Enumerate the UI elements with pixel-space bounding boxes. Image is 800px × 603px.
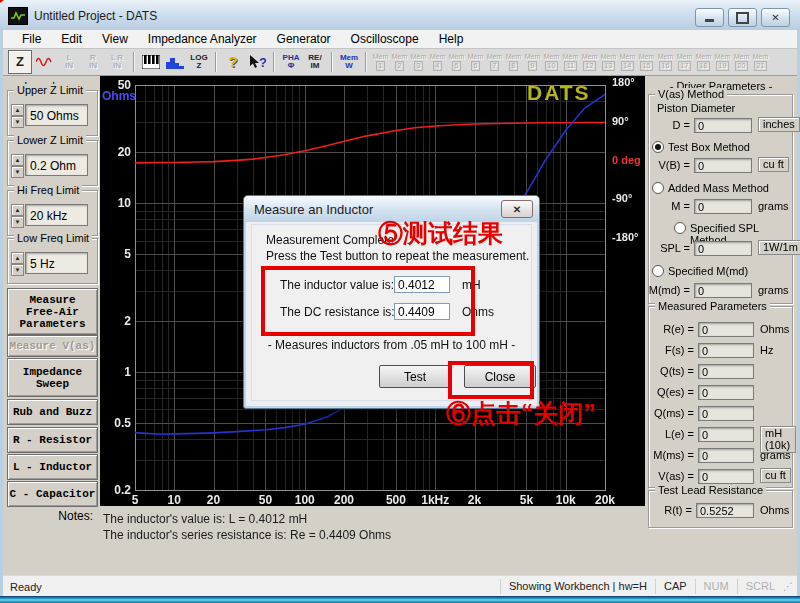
menu-file[interactable]: File (13, 30, 50, 48)
rt-field[interactable]: 0.5252 (696, 503, 754, 518)
memory-slots: Mem1Mem2Mem3Mem4Mem5Mem6Mem7Mem8Mem9Mem1… (371, 51, 770, 73)
r-resistor-button[interactable]: R - Resistor (7, 427, 98, 453)
measured-field-1[interactable]: 0 (698, 343, 754, 358)
memory-write-button[interactable]: Mem W (338, 51, 360, 73)
driver-row-8: M(md) =0grams (648, 283, 796, 299)
dialog-message-2: Press the Test button to repeat the meas… (266, 249, 529, 263)
close-button[interactable]: ✕ (761, 8, 790, 27)
help-button[interactable]: ? (222, 51, 244, 73)
test-button[interactable]: Test (379, 365, 451, 388)
spinner-up-icon[interactable]: ▲ (11, 104, 24, 116)
driver-field-4[interactable]: 0 (694, 199, 752, 214)
spinner-up-icon[interactable]: ▲ (11, 252, 24, 264)
l-inductor-button[interactable]: L - Inductor (7, 454, 98, 480)
maximize-icon (736, 12, 749, 24)
sine-icon (36, 57, 54, 67)
group-lower-z-limit: Lower Z Limit▲▼0.2 Ohm (7, 140, 98, 186)
measured-field-7[interactable]: 0 (698, 469, 754, 484)
measured-field-5[interactable]: 0 (698, 427, 754, 442)
x-tick-500: 500 (379, 493, 413, 507)
measured-row-3: Q(es) =0 (648, 385, 796, 401)
measured-row-1: F(s) =0Hz (648, 343, 796, 359)
measured-field-3[interactable]: 0 (698, 385, 754, 400)
close-icon: ✕ (771, 12, 779, 23)
maximize-button[interactable] (728, 8, 757, 27)
impedance-panel: - Impedance - Upper Z Limit▲▼50 OhmsLowe… (3, 76, 100, 536)
measured-field-6[interactable]: 0 (698, 448, 754, 463)
menu-bar: FileEditViewImpedance AnalyzerGeneratorO… (3, 30, 797, 49)
dats-watermark: DATS (527, 81, 591, 105)
status-scrl: SCRL (737, 579, 783, 594)
x-tick-20: 20 (197, 493, 231, 507)
measured-field-4[interactable]: 0 (698, 406, 754, 421)
phase-button[interactable]: PHA Φ (280, 51, 302, 73)
log-z-button[interactable]: LOG Z (188, 51, 210, 73)
memory-slot-button-5: Mem5 (447, 51, 466, 73)
impedance-sweep-button[interactable]: Impedance Sweep (7, 358, 98, 397)
memory-slot-button-10: Mem10 (542, 51, 561, 73)
measured-label: Q(ms) = (648, 407, 694, 419)
measured-parameters-label: Measured Parameters (655, 300, 770, 312)
annotation-step6: ⑥点击“关闭” (446, 397, 596, 430)
menu-impedance-analyzer[interactable]: Impedance Analyzer (139, 30, 266, 48)
title-bar[interactable]: Untitled Project - DATS ✕ (0, 0, 800, 30)
x-tick-5k: 5k (509, 493, 543, 507)
radio-dot (655, 144, 661, 150)
rt-label: R(t) = (648, 504, 692, 516)
sine-generator-button[interactable] (34, 51, 56, 73)
rub-and-buzz-button[interactable]: Rub and Buzz (7, 399, 98, 425)
c-capacitor-button[interactable]: C - Capacitor (7, 481, 98, 507)
spinner-up-icon[interactable]: ▲ (11, 154, 24, 166)
context-help-button[interactable]: ? (246, 51, 268, 73)
measured-field-2[interactable]: 0 (698, 364, 754, 379)
toolbar-separator (365, 52, 367, 72)
dialog-close-button[interactable]: ✕ (501, 200, 533, 218)
driver-field-2[interactable]: 0 (694, 158, 752, 173)
measured-label: V(as) = (648, 470, 694, 482)
driver-field-label: V(B) = (648, 159, 690, 171)
measured-row-0: R(e) =0Ohms (648, 322, 796, 338)
status-workbench: Showing Workbench | hw=H (500, 579, 655, 594)
minimize-button[interactable] (695, 8, 724, 27)
field-upper-z-limit[interactable]: 50 Ohms (25, 104, 88, 126)
spinner-down-icon[interactable]: ▼ (11, 216, 24, 228)
annotation-rect-close (448, 361, 534, 399)
histogram-button[interactable] (164, 51, 186, 73)
measured-field-0[interactable]: 0 (698, 322, 754, 337)
spinner-up-icon[interactable]: ▲ (11, 204, 24, 216)
spinner-down-icon[interactable]: ▼ (11, 116, 24, 128)
x-tick-1kHz: 1kHz (418, 493, 452, 507)
driver-field-6[interactable]: 0 (694, 241, 752, 256)
memory-slot-button-20: Mem20 (732, 51, 751, 73)
radio-specified-m(md)[interactable] (652, 265, 664, 277)
measure-free-air-parameters-button[interactable]: Measure Free-Air Parameters (7, 288, 98, 335)
menu-generator[interactable]: Generator (268, 30, 340, 48)
radio-added-mass-method[interactable] (652, 182, 664, 194)
measured-unit: Hz (760, 344, 773, 356)
radio-specified-spl-method[interactable] (674, 222, 686, 234)
driver-row-0: D =0inches (648, 118, 796, 134)
resize-grip[interactable]: ⋰ (783, 581, 797, 592)
menu-edit[interactable]: Edit (52, 30, 91, 48)
driver-field-label: SPL = (648, 242, 690, 254)
menu-view[interactable]: View (93, 30, 137, 48)
field-hi-freq-limit[interactable]: 20 kHz (25, 204, 88, 226)
y-tick-10: 10 (100, 196, 131, 210)
menu-oscilloscope[interactable]: Oscilloscope (342, 30, 428, 48)
window-title: Untitled Project - DATS (34, 9, 157, 23)
impedance-z-button[interactable]: Z (8, 50, 32, 74)
field-low-freq-limit[interactable]: 5 Hz (25, 252, 88, 274)
radio-test-box-method[interactable] (652, 141, 664, 153)
radio-label: Added Mass Method (668, 182, 769, 194)
real-imaginary-button[interactable]: RE/ IM (304, 51, 326, 73)
field-lower-z-limit[interactable]: 0.2 Ohm (25, 154, 88, 176)
menu-help[interactable]: Help (430, 30, 473, 48)
piano-tones-button[interactable] (140, 51, 162, 73)
toolbar-separator (215, 52, 217, 72)
spinner-down-icon[interactable]: ▼ (11, 264, 24, 276)
memory-slot-button-8: Mem8 (504, 51, 523, 73)
spinner-down-icon[interactable]: ▼ (11, 166, 24, 178)
driver-field-0[interactable]: 0 (694, 118, 752, 133)
driver-field-8[interactable]: 0 (694, 283, 752, 298)
memory-slot-button-7: Mem7 (485, 51, 504, 73)
